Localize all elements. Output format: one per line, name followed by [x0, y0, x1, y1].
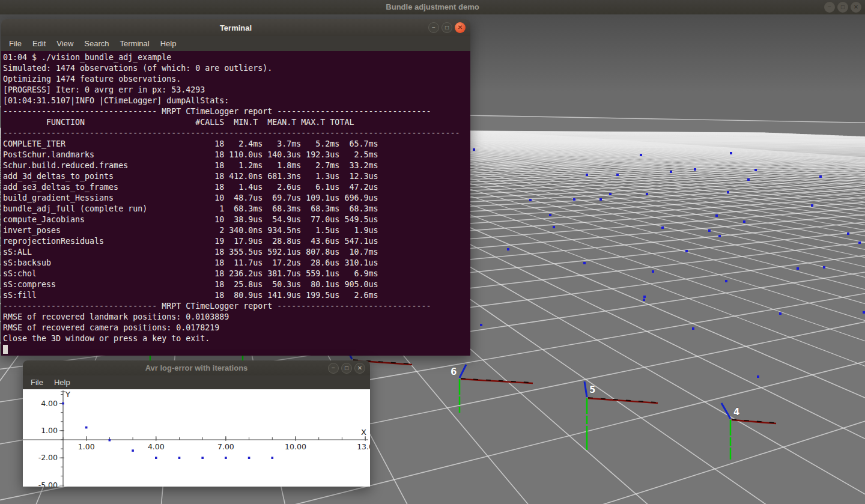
landmark-dot — [747, 178, 750, 181]
landmark-dot — [823, 266, 825, 269]
landmark-dot — [863, 311, 865, 314]
landmark-dot — [643, 299, 645, 301]
data-point — [201, 457, 204, 459]
maximize-icon[interactable]: □ — [341, 363, 352, 374]
menu-item-file[interactable]: File — [25, 375, 49, 390]
landmark-dot — [694, 168, 696, 171]
x-axis-label: X — [361, 428, 366, 437]
plot-menubar: FileHelp — [23, 375, 370, 389]
landmark-dot — [730, 152, 732, 154]
landmark-dot — [643, 296, 646, 298]
landmark-dot — [616, 174, 619, 176]
landmark-dot — [811, 204, 813, 207]
data-point — [109, 439, 111, 442]
landmark-dot — [599, 198, 602, 201]
data-point — [248, 457, 250, 459]
landmark-dot — [507, 248, 509, 250]
landmark-dot — [718, 235, 721, 237]
data-point — [155, 457, 157, 459]
landmark-dot — [858, 241, 861, 244]
main-window-titlebar: Bundle adjustment demo − □ ✕ — [0, 0, 865, 14]
terminal-window: Terminal − □ ✕ FileEditViewSearchTermina… — [1, 19, 470, 356]
landmark-dot — [797, 267, 799, 270]
landmark-dot — [670, 171, 672, 173]
terminal-cursor — [3, 345, 8, 354]
x-tick-label: 7.00 — [217, 442, 234, 451]
landmark-dot — [847, 232, 849, 235]
terminal-titlebar[interactable]: Terminal − □ ✕ — [1, 19, 470, 36]
landmark-dot — [757, 375, 759, 378]
close-icon[interactable]: ✕ — [354, 363, 365, 374]
maximize-icon[interactable]: □ — [442, 22, 452, 33]
data-point — [132, 449, 134, 452]
close-icon[interactable]: ✕ — [851, 2, 861, 13]
landmark-dot — [727, 191, 729, 193]
landmark-dot — [553, 226, 555, 228]
landmark-dot — [819, 175, 822, 178]
y-tick-label: -2.00 — [38, 453, 58, 462]
landmark-dot — [473, 148, 475, 151]
plot-window: Avr log-error with iterations − □ ✕ File… — [23, 360, 370, 487]
menu-item-edit[interactable]: Edit — [27, 36, 51, 51]
landmark-dot — [715, 214, 718, 217]
main-window-controls: − □ ✕ — [824, 2, 861, 13]
landmark-dot — [685, 250, 688, 252]
minimize-icon[interactable]: − — [824, 2, 835, 13]
landmark-dot — [743, 220, 745, 223]
landmark-dot — [640, 154, 642, 156]
menu-item-file[interactable]: File — [4, 36, 27, 51]
data-point — [62, 402, 64, 405]
x-tick-label: 10.00 — [285, 442, 306, 451]
x-tick-label: 13.0 — [357, 442, 370, 451]
y-tick-label: -5.00 — [38, 481, 58, 487]
data-point — [272, 457, 274, 459]
landmark-dot — [646, 193, 648, 195]
landmark-dot — [708, 229, 711, 232]
plot-titlebar[interactable]: Avr log-error with iterations − □ ✕ — [23, 360, 370, 375]
terminal-menubar: FileEditViewSearchTerminalHelp — [1, 36, 470, 51]
landmark-dot — [573, 198, 575, 201]
y-tick-label: 1.00 — [41, 426, 58, 435]
close-icon[interactable]: ✕ — [455, 22, 466, 33]
landmark-dot — [609, 193, 612, 195]
minimize-icon[interactable]: − — [428, 22, 439, 33]
landmark-dot — [754, 169, 757, 171]
y-axis-label: Y — [65, 390, 70, 399]
plot-canvas[interactable]: 1.004.007.0010.0013.04.001.00-2.00-5.00X… — [23, 389, 370, 487]
data-point — [178, 457, 181, 459]
landmark-dot — [549, 214, 551, 216]
terminal-output[interactable]: 01:04 $ ./vision_bundle_adj_example Simu… — [1, 51, 470, 356]
plot-window-title: Avr log-error with iterations — [23, 360, 370, 375]
landmark-dot — [692, 327, 694, 330]
y-tick-label: 4.00 — [41, 399, 58, 408]
menu-item-help[interactable]: Help — [155, 36, 182, 51]
terminal-window-controls: − □ ✕ — [428, 22, 466, 33]
data-point — [85, 427, 88, 429]
main-window-title: Bundle adjustment demo — [0, 0, 865, 14]
landmark-dot — [661, 226, 664, 229]
menu-item-terminal[interactable]: Terminal — [115, 36, 155, 51]
landmark-dot — [529, 199, 532, 201]
plot-window-controls: − □ ✕ — [328, 363, 365, 374]
landmark-dot — [586, 174, 588, 176]
landmark-dot — [652, 270, 654, 273]
camera-label: 5 — [589, 384, 595, 395]
data-point — [225, 457, 227, 459]
menu-item-help[interactable]: Help — [49, 375, 76, 390]
minimize-icon[interactable]: − — [328, 363, 339, 374]
x-tick-label: 1.00 — [78, 442, 95, 451]
camera-label: 6 — [451, 366, 457, 377]
terminal-title: Terminal — [1, 19, 470, 36]
camera-label: 4 — [733, 407, 739, 417]
scatter-plot: 1.004.007.0010.0013.04.001.00-2.00-5.00X… — [23, 389, 370, 487]
landmark-dot — [480, 324, 482, 326]
landmark-dot — [583, 262, 586, 264]
landmark-dot — [725, 280, 727, 282]
menu-item-view[interactable]: View — [51, 36, 79, 51]
landmark-dot — [779, 312, 782, 315]
maximize-icon[interactable]: □ — [837, 2, 848, 13]
x-tick-label: 4.00 — [148, 442, 165, 451]
terminal-text: 01:04 $ ./vision_bundle_adj_example Simu… — [1, 51, 470, 355]
menu-item-search[interactable]: Search — [79, 36, 114, 51]
